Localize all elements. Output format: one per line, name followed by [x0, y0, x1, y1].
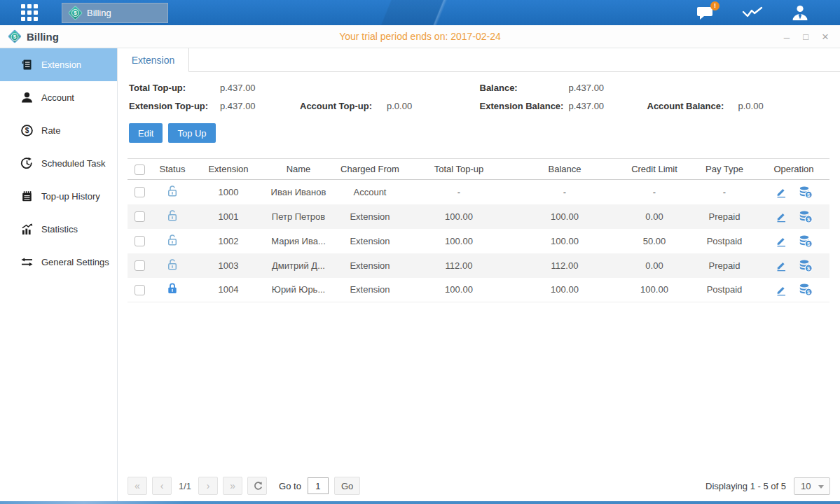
- page-size-dropdown[interactable]: 10: [794, 477, 830, 495]
- edit-pencil-icon[interactable]: [775, 234, 787, 247]
- refresh-icon: [252, 481, 263, 491]
- row-checkbox[interactable]: [135, 285, 145, 295]
- cell-name: Юрий Юрь...: [263, 278, 333, 302]
- sidebar-item-label: Statistics: [41, 224, 78, 234]
- edit-pencil-icon[interactable]: [775, 284, 787, 296]
- ledger-icon: [20, 58, 34, 71]
- table-row: 1003 Дмитрий Д... Extension 112.00 112.0…: [128, 253, 829, 278]
- edit-pencil-icon[interactable]: [775, 259, 787, 272]
- edit-button[interactable]: Edit: [129, 123, 163, 143]
- close-icon[interactable]: ×: [822, 31, 829, 43]
- topbar-right-icons: !: [696, 5, 809, 21]
- goto-page-input[interactable]: [308, 477, 329, 494]
- account-topup-label: Account Top-up:: [300, 101, 387, 111]
- extension-table: Status Extension Name Charged From Total…: [128, 158, 829, 302]
- first-page-button[interactable]: «: [128, 477, 147, 495]
- col-charged-from: Charged From: [333, 159, 406, 180]
- edit-pencil-icon[interactable]: [775, 186, 787, 198]
- top-up-coins-icon[interactable]: $: [799, 186, 813, 199]
- last-page-button[interactable]: »: [223, 477, 242, 495]
- cell-balance: 112.00: [511, 253, 618, 278]
- toolbar: Edit Top Up: [129, 123, 829, 143]
- sidebar-item-scheduled-task[interactable]: Scheduled Task: [0, 147, 117, 180]
- cell-charged-from: Extension: [333, 204, 406, 229]
- refresh-button[interactable]: [247, 477, 267, 495]
- cell-credit-limit: -: [618, 180, 691, 204]
- trial-notice: Your trial period ends on: 2017-02-24: [0, 31, 840, 42]
- table-row: 1004 Юрий Юрь... Extension 100.00 100.00…: [128, 278, 829, 302]
- sidebar-item-general-settings[interactable]: General Settings: [0, 246, 117, 279]
- next-page-button[interactable]: ›: [198, 477, 218, 495]
- balance-label: Balance:: [480, 83, 569, 93]
- cell-charged-from: Account: [333, 180, 406, 204]
- edit-pencil-icon[interactable]: [775, 210, 787, 223]
- cell-extension: 1003: [193, 253, 263, 278]
- row-checkbox[interactable]: [135, 187, 145, 197]
- cell-balance: 100.00: [511, 204, 618, 229]
- col-total-topup: Total Top-up: [406, 159, 511, 180]
- row-checkbox[interactable]: [135, 260, 145, 271]
- sidebar-item-label: Scheduled Task: [41, 158, 106, 169]
- col-balance: Balance: [511, 159, 618, 180]
- sidebar-item-account[interactable]: Account: [0, 81, 117, 114]
- stats-left: Total Top-up: p.437.00 Extension Top-up:…: [129, 83, 480, 111]
- displaying-text: Displaying 1 - 5 of 5: [705, 481, 786, 491]
- cell-pay-type: Prepaid: [691, 204, 758, 229]
- extension-balance-value: p.437.00: [569, 101, 647, 111]
- cell-extension: 1002: [193, 229, 263, 253]
- sidebar-item-rate[interactable]: $ Rate: [0, 114, 117, 147]
- cell-credit-limit: 0.00: [618, 204, 691, 229]
- cell-name: Иван Иванов: [263, 180, 333, 204]
- table-header-row: Status Extension Name Charged From Total…: [128, 159, 829, 180]
- window-controls: – □ ×: [784, 31, 829, 43]
- cell-total-topup: 100.00: [406, 204, 511, 229]
- app-launcher-grid-icon[interactable]: [21, 4, 38, 21]
- billing-app-tab[interactable]: $ Billing: [62, 3, 168, 23]
- go-button[interactable]: Go: [334, 477, 360, 495]
- cell-credit-limit: 0.00: [618, 253, 691, 278]
- window-title: Billing: [27, 31, 59, 43]
- bar-chart-icon: [20, 223, 34, 236]
- goto-label: Go to: [279, 481, 301, 491]
- table-row: 1002 Мария Ива... Extension 100.00 100.0…: [128, 229, 829, 253]
- row-checkbox[interactable]: [135, 211, 145, 222]
- cell-total-topup: -: [406, 180, 511, 204]
- row-checkbox[interactable]: [135, 236, 145, 246]
- sidebar-item-label: Account: [41, 92, 74, 103]
- extension-topup-label: Extension Top-up:: [129, 101, 220, 111]
- maximize-icon[interactable]: □: [803, 32, 808, 41]
- billing-diamond-icon: $: [68, 5, 83, 20]
- clock-refresh-icon: [20, 157, 34, 170]
- cell-balance: 100.00: [511, 278, 618, 302]
- col-operation: Operation: [758, 159, 829, 180]
- svg-text:$: $: [25, 127, 29, 134]
- cell-name: Дмитрий Д...: [263, 253, 333, 278]
- unlocked-status-icon: [165, 233, 179, 247]
- sidebar-item-topup-history[interactable]: Top-up History: [0, 180, 117, 213]
- col-status: Status: [151, 159, 193, 180]
- cell-total-topup: 100.00: [406, 278, 511, 302]
- account-balance-value: p.0.00: [738, 101, 831, 111]
- minimize-icon[interactable]: –: [784, 31, 790, 42]
- top-up-coins-icon[interactable]: $: [799, 210, 813, 223]
- sidebar-item-extension[interactable]: Extension: [0, 48, 117, 81]
- sidebar: Extension Account $ Rate: [0, 48, 118, 501]
- messages-icon[interactable]: !: [696, 6, 714, 20]
- select-all-checkbox[interactable]: [135, 164, 145, 175]
- cell-name: Мария Ива...: [263, 229, 333, 253]
- dollar-circle-icon: $: [20, 124, 34, 137]
- resource-monitor-icon[interactable]: [742, 6, 763, 20]
- top-up-coins-icon[interactable]: $: [799, 259, 813, 272]
- top-up-button[interactable]: Top Up: [168, 123, 215, 143]
- cell-pay-type: Postpaid: [691, 229, 758, 253]
- top-up-coins-icon[interactable]: $: [799, 234, 813, 248]
- sidebar-item-statistics[interactable]: Statistics: [0, 213, 117, 246]
- sidebar-item-label: General Settings: [41, 257, 109, 267]
- chevron-down-icon: [818, 485, 824, 489]
- prev-page-button[interactable]: ‹: [152, 477, 172, 495]
- top-up-coins-icon[interactable]: $: [799, 283, 813, 296]
- extension-topup-value: p.437.00: [220, 101, 300, 111]
- user-account-icon[interactable]: [791, 5, 809, 21]
- tab-extension[interactable]: Extension: [118, 48, 189, 72]
- table-row: 1001 Петр Петров Extension 100.00 100.00…: [128, 204, 829, 229]
